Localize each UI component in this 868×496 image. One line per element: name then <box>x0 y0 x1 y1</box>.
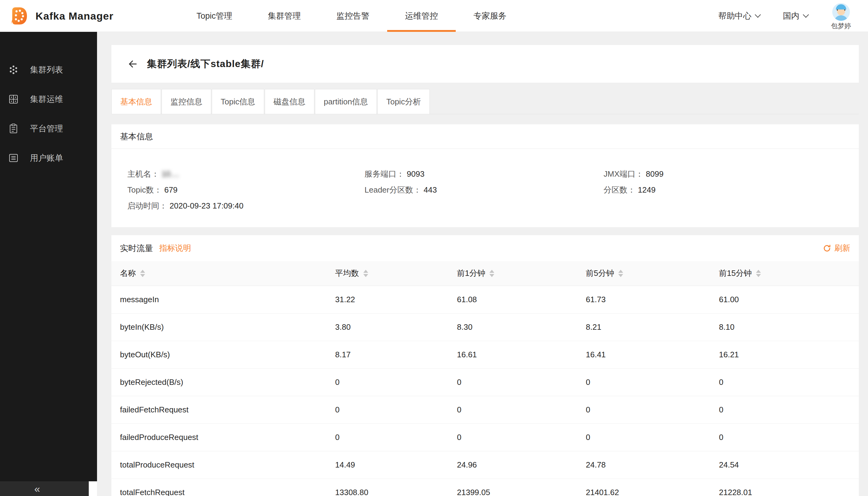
realtime-traffic-card: 实时流量 指标说明 刷新 名称平均数前1分钟前5分钟前15分钟 messageI… <box>111 235 859 496</box>
metric-name-cell: messageIn <box>111 286 335 313</box>
info-field: Leader分区数：443 <box>364 182 603 198</box>
metric-value-cell: 21228.01 <box>719 479 859 496</box>
metric-value-cell: 14.49 <box>335 451 457 479</box>
info-field: 主机名：10.... <box>127 166 364 182</box>
sidebar-item[interactable]: 平台管理 <box>0 114 97 143</box>
column-header[interactable]: 名称 <box>111 261 335 286</box>
info-field: JMX端口：8099 <box>603 166 859 182</box>
sort-caret-down-icon <box>140 274 145 277</box>
sort-caret-down-icon <box>363 274 368 277</box>
metric-value-cell: 31.22 <box>335 286 457 313</box>
metric-value-cell: 0 <box>719 423 859 451</box>
info-field-value: 679 <box>164 185 177 195</box>
top-nav-item[interactable]: Topic管理 <box>179 0 250 32</box>
sort-caret-down-icon <box>489 274 494 277</box>
sidebar-item[interactable]: 集群运维 <box>0 84 97 114</box>
metric-value-cell: 0 <box>586 396 719 423</box>
tab[interactable]: partition信息 <box>315 89 377 114</box>
help-center-menu[interactable]: 帮助中心 <box>718 11 760 21</box>
info-field: 服务端口：9093 <box>364 166 603 182</box>
sort-caret-up-icon <box>363 270 368 273</box>
top-nav-item[interactable]: 专家服务 <box>456 0 524 32</box>
user-menu[interactable]: 包梦婷 <box>831 3 851 31</box>
table-row: totalProduceRequest14.4924.9624.7824.54 <box>111 451 859 479</box>
sidebar-item[interactable]: 集群列表 <box>0 55 97 84</box>
back-arrow-icon[interactable] <box>126 58 138 70</box>
sidebar-collapse-button[interactable]: « <box>0 481 89 496</box>
tab[interactable]: 监控信息 <box>162 89 211 114</box>
table-row: failedProduceRequest0000 <box>111 423 859 451</box>
cluster-ops-icon <box>8 94 19 105</box>
metric-value-cell: 21401.62 <box>586 479 719 496</box>
metric-value-cell: 24.78 <box>586 451 719 479</box>
metric-name-cell: byteOut(KB/s) <box>111 341 335 368</box>
sidebar-item-label: 集群运维 <box>30 94 63 105</box>
metric-value-cell: 3.80 <box>335 313 457 341</box>
top-nav-item[interactable]: 集群管理 <box>250 0 319 32</box>
table-row: totalFetchRequest13308.8021399.0521401.6… <box>111 479 859 496</box>
help-center-label: 帮助中心 <box>718 11 752 21</box>
metric-name-cell: byteRejected(B/s) <box>111 368 335 396</box>
app-logo-icon <box>9 6 29 26</box>
metric-value-cell: 8.30 <box>457 313 586 341</box>
basic-info-title: 基本信息 <box>120 131 153 142</box>
column-header[interactable]: 平均数 <box>335 261 457 286</box>
sidebar-item[interactable]: 用户账单 <box>0 143 97 173</box>
tab[interactable]: Topic分析 <box>377 89 430 114</box>
column-header-label: 前1分钟 <box>457 268 485 279</box>
sort-icon <box>140 270 145 277</box>
metric-value-cell: 0 <box>586 423 719 451</box>
brand-wrap: Kafka Manager <box>9 0 113 32</box>
sort-caret-up-icon <box>140 270 145 273</box>
info-field: 分区数：1249 <box>603 182 859 198</box>
page-title: 集群列表/线下stable集群/ <box>147 57 264 71</box>
tab[interactable]: 基本信息 <box>111 89 161 114</box>
metric-name-cell: failedProduceRequest <box>111 423 335 451</box>
top-header: Kafka Manager Topic管理集群管理监控告警运维管控专家服务 帮助… <box>0 0 868 32</box>
header-right: 帮助中心 国内 <box>718 0 851 32</box>
table-row: byteOut(KB/s)8.1716.6116.4116.21 <box>111 341 859 368</box>
info-field-label: 启动时间： <box>127 201 167 211</box>
metric-value-cell: 61.73 <box>586 286 719 313</box>
basic-info-grid: 主机名：10....服务端口：9093JMX端口：8099Topic数：679L… <box>111 149 859 227</box>
info-field-value: 9093 <box>407 169 425 179</box>
sort-caret-up-icon <box>618 270 623 273</box>
column-header[interactable]: 前1分钟 <box>457 261 586 286</box>
tabs-bar: 基本信息监控信息Topic信息磁盘信息partition信息Topic分析 <box>111 89 859 114</box>
metric-value-cell: 0 <box>457 368 586 396</box>
metric-name-cell: byteIn(KB/s) <box>111 313 335 341</box>
metrics-description-link[interactable]: 指标说明 <box>159 243 191 253</box>
metric-value-cell: 61.00 <box>719 286 859 313</box>
realtime-traffic-header: 实时流量 指标说明 刷新 <box>111 235 859 261</box>
metrics-table: 名称平均数前1分钟前5分钟前15分钟 messageIn31.2261.0861… <box>111 261 859 496</box>
refresh-label: 刷新 <box>834 243 850 253</box>
column-header[interactable]: 前5分钟 <box>586 261 719 286</box>
basic-info-header: 基本信息 <box>111 124 859 149</box>
table-row: byteRejected(B/s)0000 <box>111 368 859 396</box>
platform-admin-icon <box>8 123 19 134</box>
tab[interactable]: Topic信息 <box>212 89 264 114</box>
region-selector[interactable]: 国内 <box>783 11 808 21</box>
tab[interactable]: 磁盘信息 <box>265 89 314 114</box>
collapse-icon: « <box>34 483 40 494</box>
top-nav-item[interactable]: 运维管控 <box>387 0 456 32</box>
sort-caret-down-icon <box>618 274 623 277</box>
sort-caret-up-icon <box>756 270 761 273</box>
metric-value-cell: 16.61 <box>457 341 586 368</box>
scrollbar-corner <box>89 481 97 496</box>
column-header-label: 平均数 <box>335 268 359 279</box>
column-header[interactable]: 前15分钟 <box>719 261 859 286</box>
refresh-icon <box>823 244 831 252</box>
top-nav-item[interactable]: 监控告警 <box>319 0 387 32</box>
metric-value-cell: 16.41 <box>586 341 719 368</box>
breadcrumb-card: 集群列表/线下stable集群/ <box>111 45 859 83</box>
region-label: 国内 <box>783 11 800 21</box>
basic-info-card: 基本信息 主机名：10....服务端口：9093JMX端口：8099Topic数… <box>111 124 859 227</box>
refresh-button[interactable]: 刷新 <box>823 243 850 253</box>
sort-icon <box>618 270 623 277</box>
chevron-down-icon <box>803 12 809 18</box>
info-field: 启动时间：2020-09-23 17:09:40 <box>127 198 364 214</box>
info-field-label: JMX端口： <box>603 169 643 180</box>
user-name: 包梦婷 <box>831 21 851 31</box>
user-bill-icon <box>8 153 19 164</box>
